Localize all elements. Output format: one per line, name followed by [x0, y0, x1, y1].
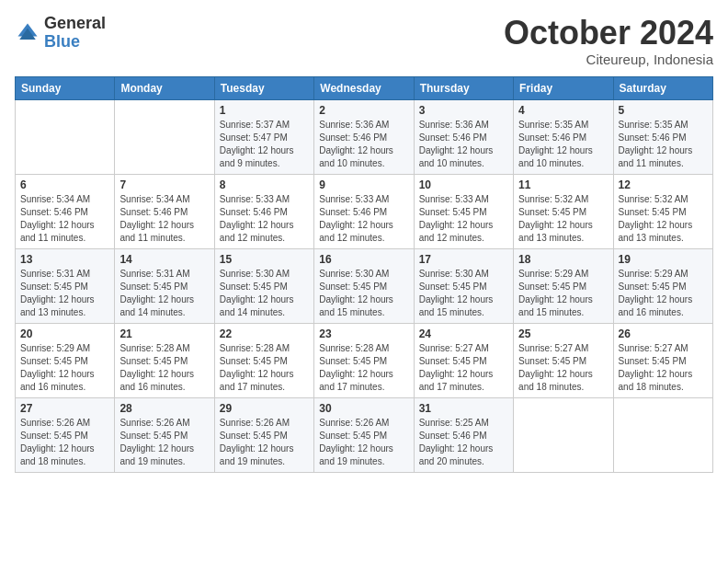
logo-blue-text: Blue: [44, 33, 106, 52]
logo-text: General Blue: [44, 15, 106, 52]
day-info: Sunrise: 5:29 AM Sunset: 5:45 PM Dayligh…: [518, 268, 608, 319]
day-number: 17: [419, 253, 508, 266]
day-number: 9: [319, 178, 408, 191]
calendar-cell: 17Sunrise: 5:30 AM Sunset: 5:45 PM Dayli…: [414, 248, 513, 323]
day-info: Sunrise: 5:28 AM Sunset: 5:45 PM Dayligh…: [319, 342, 408, 394]
day-number: 31: [419, 402, 508, 415]
day-info: Sunrise: 5:27 AM Sunset: 5:45 PM Dayligh…: [419, 342, 508, 394]
calendar-cell: 10Sunrise: 5:33 AM Sunset: 5:45 PM Dayli…: [414, 174, 513, 248]
day-info: Sunrise: 5:32 AM Sunset: 5:45 PM Dayligh…: [619, 193, 708, 245]
day-info: Sunrise: 5:29 AM Sunset: 5:45 PM Dayligh…: [20, 342, 109, 394]
day-info: Sunrise: 5:30 AM Sunset: 5:45 PM Dayligh…: [319, 268, 408, 319]
day-info: Sunrise: 5:36 AM Sunset: 5:46 PM Dayligh…: [319, 119, 408, 170]
calendar-cell: 25Sunrise: 5:27 AM Sunset: 5:45 PM Dayli…: [514, 323, 613, 397]
day-number: 21: [119, 327, 209, 340]
calendar-cell: 30Sunrise: 5:26 AM Sunset: 5:45 PM Dayli…: [314, 397, 414, 472]
calendar-cell: 3Sunrise: 5:36 AM Sunset: 5:46 PM Daylig…: [414, 99, 513, 174]
calendar-cell: 8Sunrise: 5:33 AM Sunset: 5:46 PM Daylig…: [214, 174, 313, 248]
page: General Blue October 2024 Citeureup, Ind…: [0, 0, 728, 563]
calendar-cell: 6Sunrise: 5:34 AM Sunset: 5:46 PM Daylig…: [16, 174, 115, 248]
calendar-cell: 22Sunrise: 5:28 AM Sunset: 5:45 PM Dayli…: [214, 323, 313, 397]
day-info: Sunrise: 5:31 AM Sunset: 5:45 PM Dayligh…: [20, 268, 109, 319]
day-info: Sunrise: 5:30 AM Sunset: 5:45 PM Dayligh…: [419, 268, 508, 319]
day-number: 5: [619, 104, 708, 117]
calendar-cell: 2Sunrise: 5:36 AM Sunset: 5:46 PM Daylig…: [314, 99, 414, 174]
day-number: 27: [20, 402, 109, 415]
day-number: 4: [518, 104, 608, 117]
calendar-cell: 21Sunrise: 5:28 AM Sunset: 5:45 PM Dayli…: [115, 323, 214, 397]
day-number: 14: [119, 253, 209, 266]
day-info: Sunrise: 5:26 AM Sunset: 5:45 PM Dayligh…: [20, 417, 109, 468]
weekday-header-sunday: Sunday: [16, 76, 115, 99]
day-number: 13: [20, 253, 109, 266]
calendar-cell: 15Sunrise: 5:30 AM Sunset: 5:45 PM Dayli…: [214, 248, 313, 323]
logo-general-text: General: [44, 15, 106, 33]
day-number: 15: [220, 253, 309, 266]
calendar-cell: 20Sunrise: 5:29 AM Sunset: 5:45 PM Dayli…: [16, 323, 115, 397]
day-number: 1: [220, 104, 309, 117]
calendar-cell: 13Sunrise: 5:31 AM Sunset: 5:45 PM Dayli…: [16, 248, 115, 323]
day-info: Sunrise: 5:27 AM Sunset: 5:45 PM Dayligh…: [518, 342, 608, 394]
calendar-cell: 19Sunrise: 5:29 AM Sunset: 5:45 PM Dayli…: [613, 248, 712, 323]
day-number: 16: [319, 253, 408, 266]
calendar-cell: [514, 397, 613, 472]
calendar-cell: 18Sunrise: 5:29 AM Sunset: 5:45 PM Dayli…: [514, 248, 613, 323]
month-title: October 2024: [504, 15, 713, 52]
day-number: 2: [319, 104, 408, 117]
location: Citeureup, Indonesia: [504, 52, 713, 67]
weekday-header-row: SundayMondayTuesdayWednesdayThursdayFrid…: [16, 76, 713, 99]
day-info: Sunrise: 5:25 AM Sunset: 5:46 PM Dayligh…: [419, 417, 508, 468]
calendar-cell: 31Sunrise: 5:25 AM Sunset: 5:46 PM Dayli…: [414, 397, 513, 472]
calendar-cell: 24Sunrise: 5:27 AM Sunset: 5:45 PM Dayli…: [414, 323, 513, 397]
calendar-cell: 27Sunrise: 5:26 AM Sunset: 5:45 PM Dayli…: [16, 397, 115, 472]
day-number: 22: [220, 327, 309, 340]
day-info: Sunrise: 5:36 AM Sunset: 5:46 PM Dayligh…: [419, 119, 508, 170]
weekday-header-tuesday: Tuesday: [214, 76, 313, 99]
day-number: 3: [419, 104, 508, 117]
calendar-cell: 16Sunrise: 5:30 AM Sunset: 5:45 PM Dayli…: [314, 248, 414, 323]
calendar-cell: 11Sunrise: 5:32 AM Sunset: 5:45 PM Dayli…: [514, 174, 613, 248]
calendar-cell: 29Sunrise: 5:26 AM Sunset: 5:45 PM Dayli…: [214, 397, 313, 472]
day-number: 24: [419, 327, 508, 340]
day-info: Sunrise: 5:31 AM Sunset: 5:45 PM Dayligh…: [119, 268, 209, 319]
week-row-2: 6Sunrise: 5:34 AM Sunset: 5:46 PM Daylig…: [16, 174, 713, 248]
day-number: 20: [20, 327, 109, 340]
day-info: Sunrise: 5:30 AM Sunset: 5:45 PM Dayligh…: [220, 268, 309, 319]
day-info: Sunrise: 5:27 AM Sunset: 5:45 PM Dayligh…: [619, 342, 708, 394]
day-info: Sunrise: 5:34 AM Sunset: 5:46 PM Dayligh…: [20, 193, 109, 245]
calendar-cell: 12Sunrise: 5:32 AM Sunset: 5:45 PM Dayli…: [613, 174, 712, 248]
day-info: Sunrise: 5:28 AM Sunset: 5:45 PM Dayligh…: [220, 342, 309, 394]
calendar-cell: 26Sunrise: 5:27 AM Sunset: 5:45 PM Dayli…: [613, 323, 712, 397]
weekday-header-wednesday: Wednesday: [314, 76, 414, 99]
week-row-5: 27Sunrise: 5:26 AM Sunset: 5:45 PM Dayli…: [16, 397, 713, 472]
calendar-cell: [613, 397, 712, 472]
calendar-cell: [16, 99, 115, 174]
day-number: 29: [220, 402, 309, 415]
day-info: Sunrise: 5:29 AM Sunset: 5:45 PM Dayligh…: [619, 268, 708, 319]
logo-icon: [15, 20, 40, 46]
calendar-cell: 14Sunrise: 5:31 AM Sunset: 5:45 PM Dayli…: [115, 248, 214, 323]
calendar-table: SundayMondayTuesdayWednesdayThursdayFrid…: [15, 76, 713, 473]
header: General Blue October 2024 Citeureup, Ind…: [15, 15, 713, 67]
day-info: Sunrise: 5:28 AM Sunset: 5:45 PM Dayligh…: [119, 342, 209, 394]
calendar-cell: 9Sunrise: 5:33 AM Sunset: 5:46 PM Daylig…: [314, 174, 414, 248]
day-info: Sunrise: 5:26 AM Sunset: 5:45 PM Dayligh…: [220, 417, 309, 468]
title-block: October 2024 Citeureup, Indonesia: [504, 15, 713, 67]
day-info: Sunrise: 5:35 AM Sunset: 5:46 PM Dayligh…: [518, 119, 608, 170]
day-number: 18: [518, 253, 608, 266]
day-number: 19: [619, 253, 708, 266]
day-info: Sunrise: 5:34 AM Sunset: 5:46 PM Dayligh…: [119, 193, 209, 245]
day-info: Sunrise: 5:33 AM Sunset: 5:46 PM Dayligh…: [319, 193, 408, 245]
day-number: 25: [518, 327, 608, 340]
day-info: Sunrise: 5:26 AM Sunset: 5:45 PM Dayligh…: [119, 417, 209, 468]
day-info: Sunrise: 5:26 AM Sunset: 5:45 PM Dayligh…: [319, 417, 408, 468]
day-number: 12: [619, 178, 708, 191]
day-number: 28: [119, 402, 209, 415]
logo: General Blue: [15, 15, 106, 52]
week-row-3: 13Sunrise: 5:31 AM Sunset: 5:45 PM Dayli…: [16, 248, 713, 323]
day-info: Sunrise: 5:37 AM Sunset: 5:47 PM Dayligh…: [220, 119, 309, 170]
day-number: 7: [119, 178, 209, 191]
weekday-header-monday: Monday: [115, 76, 214, 99]
day-info: Sunrise: 5:35 AM Sunset: 5:46 PM Dayligh…: [619, 119, 708, 170]
calendar-cell: 7Sunrise: 5:34 AM Sunset: 5:46 PM Daylig…: [115, 174, 214, 248]
